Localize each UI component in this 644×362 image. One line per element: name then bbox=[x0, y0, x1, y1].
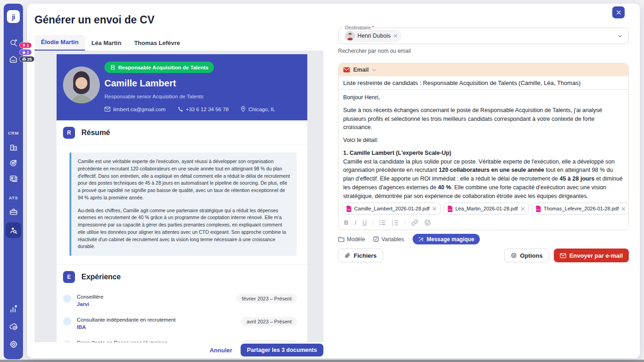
email-body-editor[interactable]: Bonjour Henri,Suite à nos récents échang… bbox=[339, 90, 628, 202]
attachment-chip: PDFCamille_Lambert_2026-01-28.pdf bbox=[342, 203, 441, 215]
sidebar-badges: 1225 bbox=[19, 42, 34, 62]
sidebar-count-badge[interactable]: 2 bbox=[19, 49, 32, 55]
recipient-field[interactable]: Destinataire * Henri Dubois bbox=[338, 28, 629, 44]
bag-icon bbox=[22, 51, 26, 54]
recipient-label: Destinataire bbox=[345, 25, 371, 30]
send-email-button[interactable]: Envoyer par e-mail bbox=[554, 249, 629, 262]
resume-quote: Camille est une véritable experte de l'e… bbox=[69, 153, 297, 256]
cancel-button[interactable]: Annuler bbox=[210, 347, 232, 354]
bell-icon bbox=[22, 44, 26, 47]
companies-icon[interactable] bbox=[4, 140, 23, 154]
experience-title: Consultante indépendante en recrutement bbox=[77, 317, 241, 322]
sidebar-count-badge[interactable]: 1 bbox=[19, 42, 32, 48]
pdf-icon: PDF bbox=[447, 205, 453, 212]
candidate-tab[interactable]: Élodie Martin bbox=[34, 35, 85, 51]
remove-recipient-icon[interactable] bbox=[393, 34, 398, 38]
experience-section-icon: E bbox=[63, 271, 75, 283]
cv-role-badge: Responsable Acquisition de Talents bbox=[104, 62, 214, 73]
template-button[interactable]: Modèle bbox=[338, 236, 365, 243]
experience-company-link[interactable]: IBA bbox=[77, 324, 241, 330]
variables-button[interactable]: Variables bbox=[373, 236, 404, 243]
experience-list: ConseillèreJarvifévrier 2023 – PrésentCo… bbox=[57, 289, 307, 342]
sidebar-count-badge[interactable]: 25 bbox=[19, 56, 34, 62]
remove-attachment-icon[interactable] bbox=[520, 206, 525, 211]
recipient-helper-text: Rechercher par nom ou email bbox=[338, 48, 411, 54]
ordered-list-icon[interactable]: 123 bbox=[392, 219, 399, 226]
email-body-paragraph: 1. Camille Lambert (L'experte Scale-Up) bbox=[343, 149, 624, 158]
resume-paragraph: Au-delà des chiffres, Camille agit comme… bbox=[78, 207, 290, 251]
resume-paragraph: Camille est une véritable experte de l'e… bbox=[78, 158, 290, 202]
share-documents-button[interactable]: Partager les 3 documents bbox=[241, 344, 323, 356]
email-body-paragraph: Suite à nos récents échanges concernant … bbox=[343, 106, 624, 132]
experience-dates-badge: février 2023 – Présent bbox=[236, 294, 297, 303]
chevron-down-icon[interactable] bbox=[617, 33, 623, 39]
target-icon[interactable] bbox=[4, 156, 23, 170]
experience-dates-badge: avril 2023 – Présent bbox=[241, 317, 297, 326]
experience-company-link[interactable]: Jarvi bbox=[77, 301, 236, 307]
app-sidebar: ji 1225 CRM ATS bbox=[4, 4, 23, 359]
attachment-filename: Thomas_Lefevre_2026-01-28.pdf bbox=[544, 206, 619, 211]
recipient-name: Henri Dubois bbox=[357, 33, 391, 39]
attachment-chip: PDFLéa_Martin_2026-01-28.pdf bbox=[443, 203, 529, 215]
options-button[interactable]: Options bbox=[504, 249, 549, 262]
recipient-chip: Henri Dubois bbox=[344, 30, 402, 42]
svg-text:PDF: PDF bbox=[347, 209, 351, 210]
bullet-list-icon[interactable] bbox=[379, 219, 386, 226]
folder-icon bbox=[338, 237, 345, 242]
analytics-icon[interactable] bbox=[4, 302, 23, 316]
files-button[interactable]: Fichiers bbox=[338, 249, 383, 262]
envelope-icon bbox=[343, 67, 350, 73]
candidate-search-icon[interactable] bbox=[6, 222, 21, 238]
experience-item: ConseillèreJarvifévrier 2023 – Présent bbox=[57, 289, 307, 312]
paperclip-icon bbox=[345, 252, 351, 259]
candidate-contacts: limbert.ca@gmail.com +33 6 12 34 56 78 C… bbox=[104, 106, 275, 112]
experience-bullet bbox=[63, 317, 71, 326]
link-icon[interactable] bbox=[411, 219, 418, 226]
location-pin-icon bbox=[241, 106, 246, 112]
underline-icon[interactable]: U bbox=[362, 220, 367, 226]
composer-tools-row: Modèle Variables Message magique bbox=[338, 234, 480, 244]
email-icon bbox=[104, 107, 110, 112]
email-composer-card: Email Liste restreinte de candidats : Re… bbox=[338, 63, 629, 230]
italic-icon[interactable]: I bbox=[354, 220, 356, 226]
status-check-icon[interactable] bbox=[4, 320, 23, 334]
attachment-list: PDFCamille_Lambert_2026-01-28.pdfPDFLéa_… bbox=[339, 202, 628, 215]
remove-attachment-icon[interactable] bbox=[432, 206, 437, 211]
remove-attachment-icon[interactable] bbox=[621, 206, 626, 211]
candidate-avatar bbox=[63, 67, 100, 103]
resume-heading: Résumé bbox=[81, 129, 110, 137]
experience-bullet bbox=[63, 340, 71, 342]
briefcase-icon[interactable] bbox=[4, 205, 23, 219]
candidate-tab[interactable]: Thomas Lefèvre bbox=[128, 36, 187, 51]
close-icon[interactable] bbox=[612, 6, 625, 18]
svg-text:3: 3 bbox=[392, 224, 393, 226]
sidebar-section-crm: CRM bbox=[8, 130, 18, 136]
window-bottom-edge bbox=[0, 360, 644, 362]
editor-toolbar: BIU123 bbox=[339, 215, 628, 230]
attachment-filename: Camille_Lambert_2026-01-28.pdf bbox=[354, 206, 430, 211]
email-chevron-icon bbox=[372, 68, 377, 73]
options-eye-icon bbox=[511, 252, 517, 259]
contact-card-icon[interactable] bbox=[4, 171, 23, 185]
experience-dates-badge: avril 2022 – Présent bbox=[241, 340, 297, 342]
magic-message-button[interactable]: Message magique bbox=[413, 234, 480, 244]
composer-actions-row: Fichiers Options Envoyer par e-mail bbox=[338, 249, 629, 262]
cv-card: Responsable Acquisition de Talents Camil… bbox=[57, 54, 307, 342]
settings-gear-icon[interactable] bbox=[4, 337, 23, 351]
magic-wand-icon bbox=[418, 236, 424, 242]
email-subject-input[interactable]: Liste restreinte de candidats : Responsa… bbox=[339, 76, 628, 90]
candidate-location: Chicago, IL bbox=[248, 107, 275, 112]
modal-footer: Annuler Partager les 3 documents bbox=[34, 344, 323, 356]
candidate-tab-bar: Élodie MartinLéa MartinThomas Lefèvre bbox=[34, 35, 186, 51]
toolbar-divider bbox=[405, 220, 405, 226]
candidate-tab[interactable]: Léa Martin bbox=[85, 36, 128, 51]
app-logo[interactable]: ji bbox=[7, 10, 20, 23]
email-section-header[interactable]: Email bbox=[339, 63, 628, 76]
attachment-filename: Léa_Martin_2026-01-28.pdf bbox=[455, 206, 518, 211]
experience-item: Consultante indépendante en recrutementI… bbox=[57, 312, 307, 335]
toolbar-divider bbox=[373, 220, 373, 226]
experience-title: Conseillère bbox=[77, 294, 236, 300]
variables-icon bbox=[373, 236, 379, 242]
emoji-icon[interactable] bbox=[424, 219, 431, 226]
bold-icon[interactable]: B bbox=[344, 220, 348, 226]
